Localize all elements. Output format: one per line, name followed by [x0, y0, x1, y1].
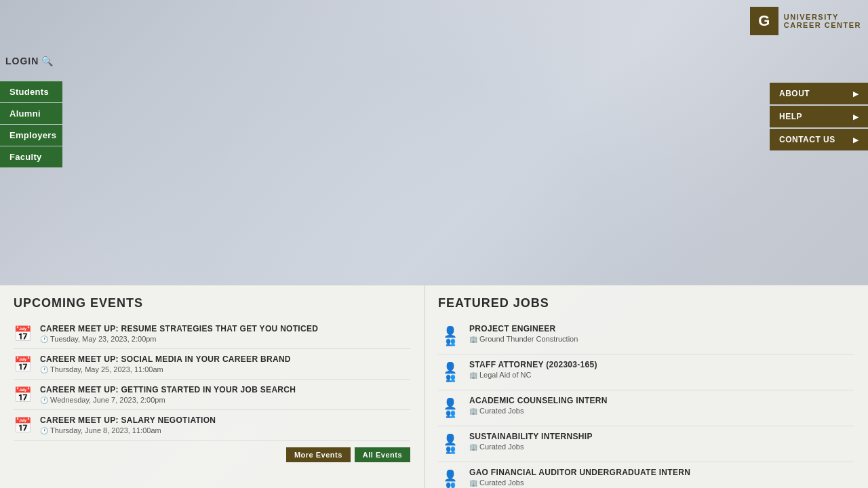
job-item-1: 👤 👥 PROJECT ENGINEER 🏢 Ground Thunder Co…: [438, 319, 854, 354]
event-date-3: 🕐 Wednesday, June 7, 2023, 2:00pm: [40, 396, 296, 404]
chevron-icon: ▶: [853, 136, 859, 144]
clock-icon: 🕐: [40, 427, 48, 434]
event-item-1: 📅 CAREER MEET UP: RESUME STRATEGIES THAT…: [14, 319, 410, 349]
nav-contact[interactable]: CONTACT US ▶: [770, 129, 868, 150]
job-item-2: 👤 👥 STAFF ATTORNEY (202303-165) 🏢 Legal …: [438, 354, 854, 390]
chevron-icon: ▶: [853, 113, 859, 121]
calendar-icon: 📅: [14, 386, 32, 404]
events-title: UPCOMING EVENTS: [14, 296, 410, 310]
person-group-icon: 👥: [446, 409, 456, 418]
job-item-5: 👤 👥 GAO FINANCIAL AUDITOR UNDERGRADUATE …: [438, 462, 854, 488]
person-group-icon: 👥: [446, 445, 456, 453]
job-title-2: STAFF ATTORNEY (202303-165): [469, 360, 597, 369]
event-title-2: CAREER MEET UP: SOCIAL MEDIA IN YOUR CAR…: [40, 354, 291, 364]
job-company-2: 🏢 Legal Aid of NC: [469, 371, 597, 379]
building-icon: 🏢: [469, 407, 477, 415]
event-title-1: CAREER MEET UP: RESUME STRATEGIES THAT G…: [40, 324, 318, 333]
login-label: LOGIN: [5, 56, 39, 66]
building-icon: 🏢: [469, 371, 477, 379]
events-footer: More Events All Events: [14, 447, 410, 462]
job-title-5: GAO FINANCIAL AUDITOR UNDERGRADUATE INTE…: [469, 468, 690, 477]
job-avatar-3: 👤 👥: [438, 396, 462, 420]
person-icon: 👤: [443, 327, 457, 338]
job-title-4: SUSTAINABILITY INTERNSHIP: [469, 432, 593, 441]
building-icon: 🏢: [469, 479, 477, 487]
ucc-logo: G UNIVERSITY CAREER CENTER: [750, 7, 861, 35]
nav-help[interactable]: HELP ▶: [770, 106, 868, 127]
job-company-5: 🏢 Curated Jobs: [469, 479, 690, 487]
login-area[interactable]: LOGIN 🔍: [5, 56, 53, 66]
person-group-icon: 👥: [446, 373, 456, 382]
person-icon: 👤: [443, 470, 457, 481]
person-icon: 👤: [443, 399, 457, 409]
job-company-1: 🏢 Ground Thunder Construction: [469, 335, 578, 343]
person-group-icon: 👥: [446, 338, 456, 346]
job-avatar-1: 👤 👥: [438, 324, 462, 348]
jobs-title: FEATURED JOBS: [438, 296, 854, 310]
job-avatar-5: 👤 👥: [438, 468, 462, 488]
ucc-line1: UNIVERSITY: [784, 13, 861, 21]
building-icon: 🏢: [469, 336, 477, 343]
job-item-4: 👤 👥 SUSTAINABILITY INTERNSHIP 🏢 Curated …: [438, 426, 854, 462]
job-avatar-4: 👤 👥: [438, 432, 462, 456]
event-date-1: 🕐 Tuesday, May 23, 2023, 2:00pm: [40, 335, 318, 343]
clock-icon: 🕐: [40, 366, 48, 373]
event-item-3: 📅 CAREER MEET UP: GETTING STARTED IN YOU…: [14, 380, 410, 410]
job-item-3: 👤 👥 ACADEMIC COUNSELING INTERN 🏢 Curated…: [438, 390, 854, 426]
clock-icon: 🕐: [40, 336, 48, 343]
building-icon: 🏢: [469, 443, 477, 451]
nav-alumni[interactable]: Alumni: [0, 103, 62, 124]
ucc-text: UNIVERSITY CAREER CENTER: [784, 13, 861, 29]
chevron-icon: ▶: [853, 90, 859, 98]
nav-about[interactable]: ABOUT ▶: [770, 83, 868, 104]
event-date-4: 🕐 Thursday, June 8, 2023, 11:00am: [40, 426, 216, 434]
job-title-3: ACADEMIC COUNSELING INTERN: [469, 396, 608, 405]
person-group-icon: 👥: [446, 481, 456, 488]
jobs-panel: FEATURED JOBS 👤 👥 PROJECT ENGINEER 🏢 Gro…: [424, 285, 868, 488]
job-avatar-2: 👤 👥: [438, 360, 462, 384]
nav-left: Students Alumni Employers Faculty: [0, 81, 62, 168]
event-title-3: CAREER MEET UP: GETTING STARTED IN YOUR …: [40, 385, 296, 394]
calendar-icon: 📅: [14, 417, 32, 434]
more-events-button[interactable]: More Events: [286, 447, 351, 462]
ucc-line2: CAREER CENTER: [784, 21, 861, 29]
event-date-2: 🕐 Thursday, May 25, 2023, 11:00am: [40, 365, 291, 373]
nav-students[interactable]: Students: [0, 81, 62, 102]
ucc-icon: G: [750, 7, 778, 35]
person-icon: 👤: [443, 434, 457, 445]
calendar-icon: 📅: [14, 325, 32, 343]
event-item-4: 📅 CAREER MEET UP: SALARY NEGOTIATION 🕐 T…: [14, 410, 410, 441]
job-title-1: PROJECT ENGINEER: [469, 324, 578, 333]
nav-right: ABOUT ▶ HELP ▶ CONTACT US ▶: [770, 83, 868, 150]
job-company-3: 🏢 Curated Jobs: [469, 407, 608, 415]
nav-employers[interactable]: Employers: [0, 125, 62, 146]
search-icon: 🔍: [41, 56, 53, 66]
nav-faculty[interactable]: Faculty: [0, 146, 62, 167]
person-icon: 👤: [443, 363, 457, 373]
all-events-button[interactable]: All Events: [355, 447, 410, 462]
job-company-4: 🏢 Curated Jobs: [469, 443, 593, 451]
event-title-4: CAREER MEET UP: SALARY NEGOTIATION: [40, 415, 216, 425]
events-panel: UPCOMING EVENTS 📅 CAREER MEET UP: RESUME…: [0, 285, 424, 488]
bottom-panels: UPCOMING EVENTS 📅 CAREER MEET UP: RESUME…: [0, 285, 868, 488]
clock-icon: 🕐: [40, 396, 48, 404]
calendar-icon: 📅: [14, 356, 32, 373]
event-item-2: 📅 CAREER MEET UP: SOCIAL MEDIA IN YOUR C…: [14, 349, 410, 380]
